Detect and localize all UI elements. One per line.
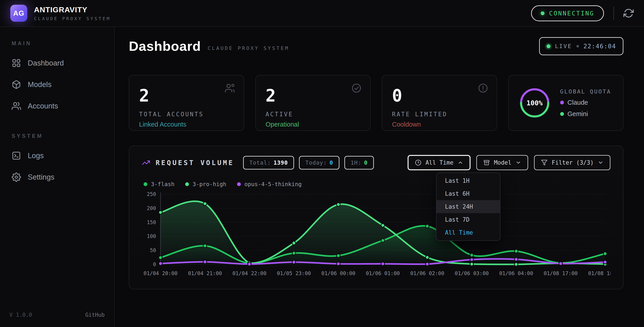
sidebar-item-settings[interactable]: Settings — [10, 166, 105, 188]
sidebar-item-label: Dashboard — [28, 59, 64, 67]
menu-item-all-time[interactable]: All Time — [436, 226, 500, 239]
time-range-dropdown: Last 1H Last 6H Last 24H Last 7D All Tim… — [436, 172, 500, 241]
filter-button-label: Filter (3/3) — [552, 159, 594, 166]
badge-label: Total: — [249, 160, 271, 166]
gemini-dot-icon — [560, 112, 564, 116]
filter-button[interactable]: Filter (3/3) — [534, 155, 610, 170]
request-volume-panel: REQUEST VOLUME Total: 1390 Today: 0 1H: … — [129, 146, 624, 290]
menu-item-last-1h[interactable]: Last 1H — [436, 174, 500, 187]
time-range-label: All Time — [426, 159, 454, 166]
sidebar-item-models[interactable]: Models — [10, 74, 105, 95]
page-subtitle: CLAUDE PROXY SYSTEM — [208, 46, 289, 51]
stat-sublabel: Operational — [266, 121, 360, 128]
app-root: AG ANTIGRAVITY CLAUDE PROXY SYSTEM CONNE… — [0, 0, 644, 327]
sidebar-item-logs[interactable]: Logs — [10, 145, 105, 166]
svg-text:01/05 23:00: 01/05 23:00 — [277, 270, 311, 276]
quota-legend-label: Claude — [568, 99, 588, 106]
legend-dot-icon — [237, 182, 241, 186]
quota-ring-icon: 100% — [518, 87, 551, 119]
funnel-icon — [541, 159, 548, 166]
badge-value: 0 — [364, 160, 368, 166]
badge-label: Today: — [305, 160, 327, 166]
quota-legend-claude: Claude — [560, 99, 611, 106]
svg-text:01/08 17:00: 01/08 17:00 — [544, 270, 578, 276]
svg-text:01/04 22:00: 01/04 22:00 — [232, 270, 266, 276]
panel-header: REQUEST VOLUME Total: 1390 Today: 0 1H: … — [142, 155, 610, 170]
app-logo: AG — [10, 5, 27, 22]
clock-icon — [415, 159, 422, 166]
quota-info: GLOBAL QUOTA Claude Gemini — [560, 88, 611, 118]
grid-icon — [12, 58, 21, 68]
legend-dot-icon — [144, 182, 147, 186]
app-title-block: ANTIGRAVITY CLAUDE PROXY SYSTEM — [34, 5, 111, 21]
users-icon — [12, 101, 21, 111]
chart-controls: All Time Model — [408, 155, 610, 170]
main-content: Dashboard CLAUDE PROXY SYSTEM LIVE 22:46… — [114, 27, 644, 327]
archive-icon — [483, 159, 490, 166]
quota-legend-gemini: Gemini — [560, 110, 611, 118]
hour-badge: 1H: 0 — [344, 156, 374, 170]
stat-label: TOTAL ACCOUNTS — [139, 111, 234, 118]
model-button[interactable]: Model — [476, 155, 528, 170]
legend-item[interactable]: 3-flash — [144, 181, 174, 188]
legend-item[interactable]: 3-pro-high — [185, 181, 226, 188]
sidebar-item-accounts[interactable]: Accounts — [10, 95, 105, 117]
refresh-icon[interactable] — [624, 8, 634, 18]
stat-cards-row: 2 TOTAL ACCOUNTS Linked Accounts 2 ACTIV… — [129, 75, 624, 131]
stat-label: ACTIVE — [266, 111, 360, 118]
app-name: ANTIGRAVITY — [34, 5, 111, 14]
svg-text:150: 150 — [147, 220, 156, 225]
claude-dot-icon — [560, 101, 564, 104]
live-dot-icon — [546, 44, 550, 48]
topbar-right: CONNECTING — [531, 5, 634, 21]
chevron-up-icon — [458, 160, 463, 166]
svg-text:01/04 20:00: 01/04 20:00 — [144, 270, 178, 276]
badge-value: 0 — [330, 160, 333, 166]
terminal-icon — [12, 151, 21, 160]
connection-status-label: CONNECTING — [549, 10, 594, 17]
menu-item-last-24h[interactable]: Last 24H — [436, 200, 500, 213]
app-subtitle: CLAUDE PROXY SYSTEM — [34, 16, 111, 21]
svg-text:01/06 03:00: 01/06 03:00 — [455, 270, 489, 276]
sidebar-footer: V 1.0.0 GitHub — [10, 312, 105, 318]
chevron-down-icon — [516, 160, 521, 166]
github-link[interactable]: GitHub — [85, 312, 105, 318]
total-badge: Total: 1390 — [243, 156, 294, 170]
menu-item-last-7d[interactable]: Last 7D — [436, 213, 500, 226]
svg-text:0: 0 — [153, 262, 156, 267]
sidebar-section-label: MAIN — [12, 40, 105, 46]
svg-text:200: 200 — [147, 205, 156, 211]
chevron-down-icon — [598, 160, 604, 166]
svg-text:100: 100 — [147, 233, 156, 239]
trending-up-icon — [142, 158, 150, 167]
card-global-quota: 100% GLOBAL QUOTA Claude Gemini — [508, 75, 624, 131]
legend-label: 3-flash — [151, 181, 174, 188]
stat-value: 2 — [139, 86, 234, 106]
stat-value: 2 — [266, 86, 360, 106]
check-circle-icon — [351, 83, 362, 93]
stat-value: 0 — [392, 86, 487, 106]
svg-text:250: 250 — [147, 191, 156, 197]
sidebar-item-label: Models — [28, 80, 52, 89]
topbar-divider — [613, 6, 614, 20]
request-volume-chart: 05010015020025001/04 20:0001/04 21:0001/… — [142, 190, 610, 281]
sidebar-item-dashboard[interactable]: Dashboard — [10, 52, 105, 74]
svg-text:01/06 02:00: 01/06 02:00 — [410, 270, 444, 276]
badge-value: 1390 — [274, 160, 288, 166]
panel-title-text: REQUEST VOLUME — [156, 159, 234, 167]
sidebar: MAIN Dashboard Models Accounts — [0, 27, 114, 327]
legend-item[interactable]: opus-4-5-thinking — [237, 181, 302, 188]
card-active: 2 ACTIVE Operational — [255, 75, 371, 131]
dot-separator-icon — [576, 45, 579, 48]
connection-status-badge: CONNECTING — [531, 5, 604, 21]
badge-label: 1H: — [350, 160, 361, 166]
menu-item-last-6h[interactable]: Last 6H — [436, 187, 500, 200]
page-header: Dashboard CLAUDE PROXY SYSTEM LIVE 22:46… — [129, 37, 624, 55]
legend-label: 3-pro-high — [192, 181, 226, 188]
legend-dot-icon — [185, 182, 189, 186]
page-title: Dashboard — [129, 38, 201, 54]
panel-title: REQUEST VOLUME — [142, 158, 234, 167]
card-rate-limited: 0 RATE LIMITED Cooldown — [382, 75, 497, 131]
quota-percent: 100% — [518, 87, 551, 119]
time-range-button[interactable]: All Time — [408, 155, 470, 170]
